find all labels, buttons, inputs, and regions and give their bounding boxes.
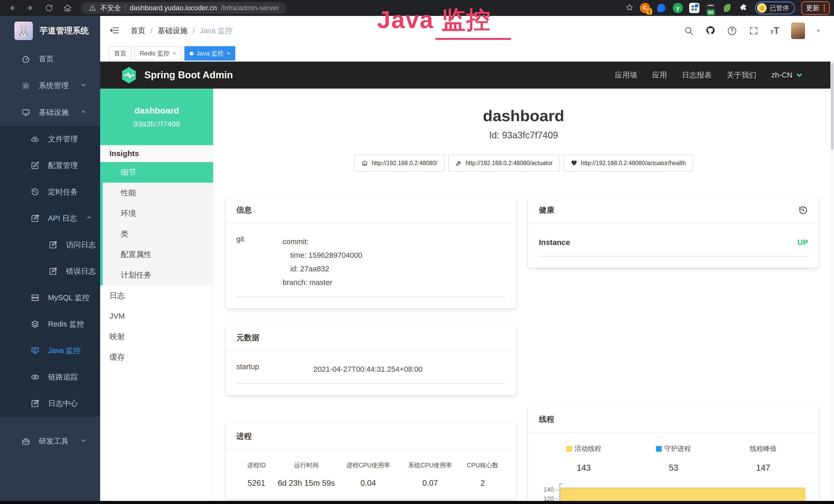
sba-nav-wallboard[interactable]: 应用墙 [615,70,637,81]
back-icon[interactable] [8,4,17,12]
url-divider [125,4,126,12]
browser-menu-icon[interactable] [824,5,825,11]
address-bar[interactable]: 不安全 dashboard.yudao.iocoder.cn/infra/adm… [81,2,286,14]
chevron-up-icon [86,214,92,223]
forward-icon[interactable] [26,4,35,12]
sba-item-logs[interactable]: 日志 [100,285,213,306]
health-url-link[interactable]: http://192.168.0.2:48080/actuator/health [564,155,693,171]
security-label: 不安全 [100,3,121,13]
sba-item-config-props[interactable]: 配置属性 [103,244,213,265]
legend-peak-threads: 线程峰值 [719,444,808,453]
sidebar-item-error-log[interactable]: 错误日志 [0,258,100,284]
sba-item-mappings[interactable]: 映射 [100,326,213,347]
screenshot-root: 不安全 dashboard.yudao.iocoder.cn/infra/adm… [0,0,834,504]
active-dot-icon [190,52,193,55]
content-scrollbar[interactable] [830,62,834,504]
instance-name: dashboard [134,106,179,116]
sidebar-item-redis[interactable]: Redis 监控 [0,311,100,337]
health-history-icon[interactable] [798,205,808,215]
search-icon[interactable] [684,26,694,36]
extension-grid-icon[interactable] [689,3,699,13]
service-url-link[interactable]: http://192.168.0.2:48080/ [354,155,445,171]
sba-nav-journal[interactable]: 日志报表 [682,70,712,81]
breadcrumb-home[interactable]: 首页 [130,26,146,36]
sba-nav: 应用墙 应用 日志报表 关于我们 zh-CN [615,70,803,81]
yellow-swatch-icon [566,446,572,452]
extension-count-badge: 1 [646,8,652,15]
sba-item-caches[interactable]: 缓存 [100,347,213,367]
user-avatar[interactable] [791,23,805,39]
extension-colorzilla-icon[interactable]: C1 [640,3,650,13]
home-browser-icon[interactable] [63,4,72,12]
reload-icon[interactable] [45,4,53,12]
sidebar-item-mysql[interactable]: MySQL 监控 [0,284,100,311]
help-icon[interactable] [727,26,737,36]
browser-right-controls: C1 y on ☺ 已暂停 更新 [626,1,830,15]
sba-brand[interactable]: Spring Boot Admin [121,66,233,84]
fullscreen-icon[interactable] [749,26,759,36]
avatar-caret-icon[interactable]: ▾ [817,27,820,34]
sba-group-insights[interactable]: Insights [100,145,213,162]
sba-insights-submenu: 细节 性能 环境 类 配置属性 计划任务 [100,162,213,285]
extension-switch-icon[interactable]: on [706,3,716,13]
github-icon[interactable] [706,25,715,36]
java-monitor-icon [31,346,39,355]
browser-update-button[interactable]: 更新 [801,1,830,15]
health-card: 健康 Instance UP [528,197,819,268]
threads-card: 线程 活动线程 守护进程 线程峰值 [528,407,819,504]
sba-item-classes[interactable]: 类 [103,224,213,244]
sidebar-item-files[interactable]: 文件管理 [0,126,100,152]
breadcrumb-separator: / [193,27,195,35]
sidebar-item-jobs[interactable]: 定时任务 [0,179,100,205]
sba-item-environment[interactable]: 环境 [103,203,213,224]
edit-icon [31,161,39,170]
sba-item-jvm[interactable]: JVM [100,306,213,326]
browser-profile-badge[interactable]: ☺ 已暂停 [755,2,795,15]
app-logo-row[interactable]: 🐰 芋道管理系统 [0,16,100,46]
bookmark-star-icon[interactable] [626,3,634,13]
extension-leaf-icon[interactable] [722,3,732,13]
sidebar-item-trace[interactable]: 链路追踪 [0,364,100,390]
sidebar-item-infra[interactable]: 基础设施 [0,99,100,126]
breadcrumb-current: Java 监控 [200,26,233,36]
sidebar-item-access-log[interactable]: 访问日志 [0,232,100,258]
close-icon[interactable]: × [173,50,176,57]
extension-y-icon[interactable]: y [673,3,683,13]
breadcrumb-infra[interactable]: 基础设施 [158,26,188,36]
sidebar-collapse-icon[interactable] [109,25,120,37]
sba-nav-applications[interactable]: 应用 [652,70,667,81]
tab-redis-monitor[interactable]: Redis 监控 × [135,46,181,61]
extension-pin-icon[interactable] [656,3,666,13]
instance-links: http://192.168.0.2:48080/ http://192.168… [213,155,834,171]
system-cpu: 0.07 [400,479,460,488]
health-instance-row[interactable]: Instance UP [539,238,808,256]
sba-item-scheduled-tasks[interactable]: 计划任务 [103,265,213,285]
sba-content: dashboard Id: 93a3fc7f7409 http://192.16… [213,89,834,504]
profile-emoji-icon: ☺ [757,3,767,13]
sidebar-item-system[interactable]: 系统管理 [0,72,100,99]
sba-item-details[interactable]: 细节 [103,162,213,183]
process-pid: 5261 [236,479,277,488]
sidebar-item-config[interactable]: 配置管理 [0,152,100,179]
sba-item-metrics[interactable]: 性能 [103,183,213,203]
tab-java-monitor[interactable]: Java 监控 × [184,46,235,61]
sba-navbar: Spring Boot Admin 应用墙 应用 日志报表 关于我们 zh-CN [100,62,834,89]
tab-home[interactable]: 首页 [109,46,132,61]
font-size-icon[interactable]: тT [770,25,779,36]
actuator-url-link[interactable]: http://192.168.0.2:48080/actuator [448,155,560,171]
edit-square-icon [49,267,57,275]
scrollbar-thumb[interactable] [831,63,833,150]
sidebar-item-home[interactable]: 首页 [0,46,100,72]
profile-badge-label: 已暂停 [770,4,789,12]
history-icon [31,188,39,196]
sidebar-item-java-monitor[interactable]: Java 监控 [0,337,100,364]
sidebar-item-dev-tools[interactable]: 研发工具 [0,428,100,455]
peak-threads-value: 147 [719,463,808,473]
close-icon[interactable]: × [226,50,230,57]
extensions-puzzle-icon[interactable] [739,3,749,13]
sba-locale-select[interactable]: zh-CN [771,71,803,79]
sidebar-item-api-log[interactable]: API 日志 [0,205,100,232]
sba-instance-header[interactable]: dashboard 93a3fc7f7409 [100,89,213,145]
sba-nav-about[interactable]: 关于我们 [727,70,756,81]
sidebar-item-log-center[interactable]: 日志中心 [0,390,100,417]
